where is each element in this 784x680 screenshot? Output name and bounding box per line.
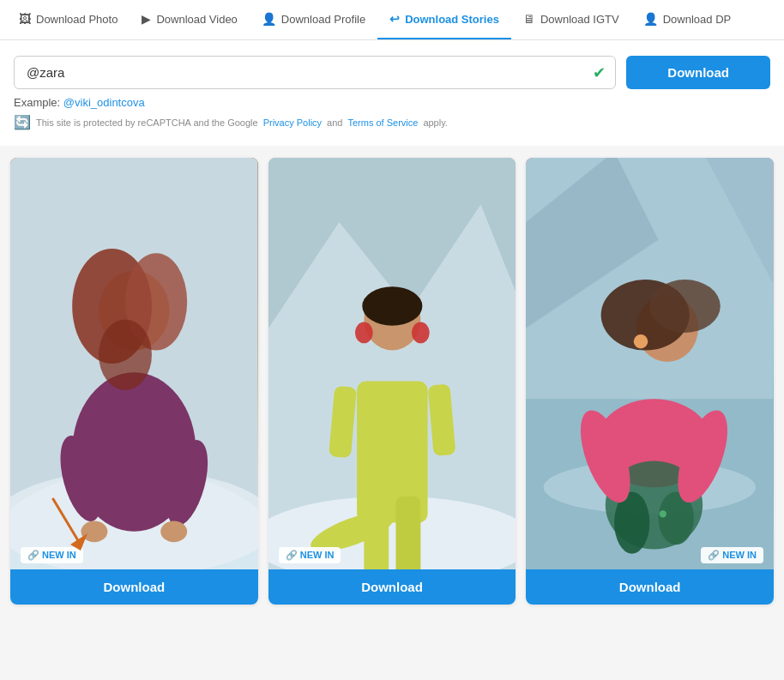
terms-label: Terms of Service <box>347 117 418 128</box>
card-download-button-1[interactable]: Download <box>10 569 258 605</box>
card-download-label-2: Download <box>361 580 423 594</box>
example-link[interactable]: @viki_odintcova <box>63 96 145 109</box>
svg-marker-13 <box>70 533 87 551</box>
recaptcha-and: and <box>327 117 342 128</box>
terms-link[interactable]: Terms of Service <box>347 117 418 128</box>
username-input[interactable] <box>14 56 616 89</box>
tab-profile[interactable]: 👤 Download Profile <box>250 0 377 39</box>
recaptcha-apply: apply. <box>423 117 448 128</box>
tab-stories[interactable]: ↩ Download Stories <box>377 0 511 39</box>
story-image-2 <box>268 158 516 569</box>
card-download-label-3: Download <box>619 580 681 594</box>
new-in-badge-3: 🔗 NEW IN <box>701 547 763 563</box>
privacy-label: Privacy Policy <box>263 117 322 128</box>
photo-icon: 🖼 <box>19 12 31 26</box>
svg-point-36 <box>634 334 648 348</box>
privacy-policy-link[interactable]: Privacy Policy <box>263 117 322 128</box>
tab-photo[interactable]: 🖼 Download Photo <box>7 0 130 39</box>
gallery-section: 🔗 NEW IN Download <box>0 146 784 617</box>
main-content: ✔ Download Example: @viki_odintcova 🔄 Th… <box>0 40 784 146</box>
svg-point-23 <box>355 322 373 344</box>
gallery-card-3: 🔗 NEW IN Download <box>526 158 774 605</box>
main-download-button[interactable]: Download <box>626 56 770 89</box>
tab-stories-label: Download Stories <box>405 13 499 26</box>
svg-point-41 <box>660 510 666 517</box>
gallery-card-1: 🔗 NEW IN Download <box>10 158 258 605</box>
gallery-card-2: 🔗 NEW IN Download <box>268 158 516 605</box>
svg-point-24 <box>412 322 430 344</box>
igtv-icon: 🖥 <box>523 12 535 26</box>
check-icon: ✔ <box>593 63 606 82</box>
card-download-button-3[interactable]: Download <box>526 569 774 605</box>
tab-igtv-label: Download IGTV <box>540 13 619 26</box>
tab-video[interactable]: ▶ Download Video <box>130 0 249 39</box>
card-download-label-1: Download <box>103 580 165 594</box>
tab-igtv[interactable]: 🖥 Download IGTV <box>511 0 631 39</box>
story-image-3 <box>526 158 774 569</box>
tab-photo-label: Download Photo <box>36 13 118 26</box>
tab-dp-label: Download DP <box>663 13 732 26</box>
arrow-annotation <box>45 495 87 557</box>
example-label: Example: <box>14 96 60 109</box>
stories-icon: ↩ <box>389 12 400 26</box>
new-in-badge-2: 🔗 NEW IN <box>279 547 341 563</box>
example-text: Example: @viki_odintcova <box>14 96 770 109</box>
recaptcha-notice: 🔄 This site is protected by reCAPTCHA an… <box>14 114 770 130</box>
video-icon: ▶ <box>142 12 151 26</box>
profile-icon: 👤 <box>262 12 276 26</box>
recaptcha-icon: 🔄 <box>14 114 31 130</box>
svg-rect-19 <box>395 496 420 569</box>
svg-line-12 <box>53 499 79 542</box>
svg-point-11 <box>160 521 187 543</box>
card-download-button-2[interactable]: Download <box>268 569 516 605</box>
tab-video-label: Download Video <box>156 13 237 26</box>
arrow-svg <box>45 495 87 555</box>
nav-tabs: 🖼 Download Photo ▶ Download Video 👤 Down… <box>0 0 784 40</box>
dp-icon: 👤 <box>643 12 658 26</box>
svg-point-22 <box>362 286 422 325</box>
tab-profile-label: Download Profile <box>281 13 365 26</box>
search-input-wrap: ✔ <box>14 56 616 89</box>
search-row: ✔ Download <box>14 56 770 89</box>
recaptcha-text-before: This site is protected by reCAPTCHA and … <box>36 117 258 128</box>
gallery-grid: 🔗 NEW IN Download <box>10 158 774 605</box>
main-download-label: Download <box>667 65 729 80</box>
example-username: @viki_odintcova <box>63 96 145 109</box>
svg-point-7 <box>99 319 152 389</box>
svg-point-35 <box>650 280 721 333</box>
tab-dp[interactable]: 👤 Download DP <box>631 0 744 39</box>
